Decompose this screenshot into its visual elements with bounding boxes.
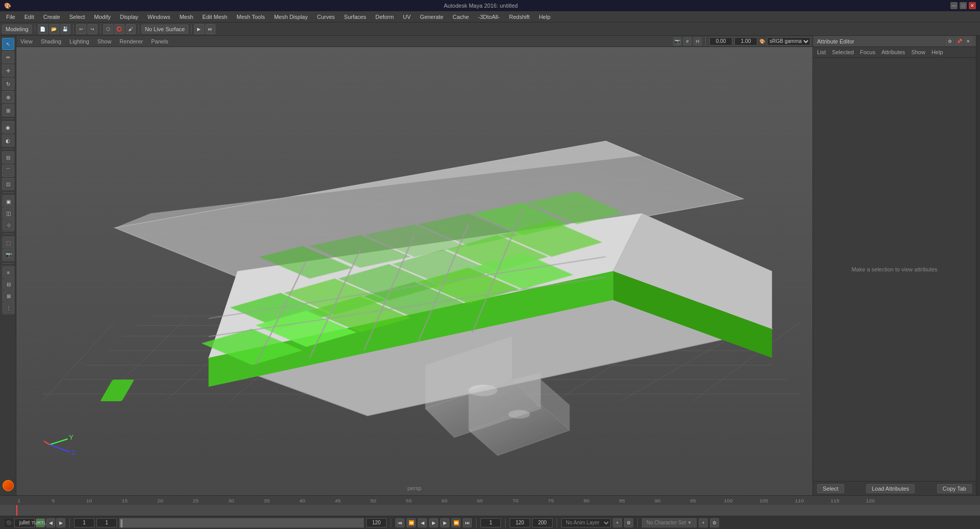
anim-layer-opts-btn[interactable]: ⚙ bbox=[624, 518, 633, 527]
smooth-btn[interactable]: ◫ bbox=[3, 208, 14, 219]
ae-close-btn[interactable]: ✕ bbox=[965, 38, 972, 45]
rotate-tool-btn[interactable]: ↻ bbox=[2, 78, 14, 90]
anim-start-input[interactable] bbox=[481, 518, 501, 527]
soft-mod-btn[interactable]: ◉ bbox=[2, 121, 14, 133]
layer-editor-btn[interactable]: ≡ bbox=[3, 267, 14, 278]
menu-item-edit[interactable]: Edit bbox=[20, 13, 38, 21]
ae-pin-btn[interactable]: 📌 bbox=[955, 38, 963, 45]
menu-item-mesh-tools[interactable]: Mesh Tools bbox=[232, 13, 269, 21]
menu-item-display[interactable]: Display bbox=[116, 13, 142, 21]
redo-btn[interactable]: ↪ bbox=[87, 24, 98, 34]
ae-tab-help[interactable]: Help bbox=[931, 49, 943, 55]
anim-end-input-2[interactable] bbox=[532, 518, 553, 527]
go-to-end-btn[interactable]: ⏭ bbox=[463, 518, 472, 527]
menu-item-edit-mesh[interactable]: Edit Mesh bbox=[198, 13, 231, 21]
mini-timeline[interactable] bbox=[119, 518, 364, 528]
maximize-button[interactable]: □ bbox=[960, 2, 967, 9]
menu-item-surfaces[interactable]: Surfaces bbox=[340, 13, 370, 21]
show-tab[interactable]: Show bbox=[95, 38, 114, 45]
range-start-input[interactable] bbox=[97, 518, 117, 527]
undo-btn[interactable]: ↩ bbox=[76, 24, 86, 34]
exposure-input[interactable] bbox=[709, 37, 732, 45]
right-scrollbar[interactable] bbox=[976, 36, 980, 495]
range-end-input[interactable] bbox=[366, 518, 387, 527]
new-btn[interactable]: 📄 bbox=[38, 24, 48, 34]
cam-btn[interactable]: 📷 bbox=[3, 249, 14, 260]
ae-tab-attributes[interactable]: Attributes bbox=[881, 49, 905, 55]
color-space-select[interactable]: sRGB gamma bbox=[767, 37, 810, 45]
points-btn[interactable]: ⊹ bbox=[3, 219, 14, 231]
menu-item-help[interactable]: Help bbox=[535, 13, 555, 21]
vp-hud-btn[interactable]: H bbox=[694, 37, 702, 45]
anim-layer-dropdown[interactable]: No Anim Layer bbox=[561, 518, 611, 527]
menu-item-create[interactable]: Create bbox=[39, 13, 64, 21]
go-to-start-btn[interactable]: ⏮ bbox=[395, 518, 404, 527]
current-frame-input[interactable] bbox=[74, 518, 94, 527]
menu-item-mesh-display[interactable]: Mesh Display bbox=[270, 13, 312, 21]
view-tab[interactable]: View bbox=[18, 38, 35, 45]
move-tool-btn[interactable]: ✛ bbox=[2, 64, 14, 77]
copy-tab-button[interactable]: Copy Tab bbox=[937, 484, 972, 493]
ae-tab-focus[interactable]: Focus bbox=[860, 49, 875, 55]
render-btn[interactable]: ▶ bbox=[194, 24, 204, 34]
snap-point-btn[interactable]: ⊡ bbox=[2, 178, 14, 190]
menu-item-mesh[interactable]: Mesh bbox=[175, 13, 197, 21]
char-set-btn2[interactable]: ⚙ bbox=[710, 518, 719, 527]
menu-item-curves[interactable]: Curves bbox=[313, 13, 339, 21]
menu-item-uv[interactable]: UV bbox=[399, 13, 415, 21]
anim-end-input-1[interactable] bbox=[510, 518, 530, 527]
shading-tab[interactable]: Shading bbox=[39, 38, 63, 45]
auto-key-btn[interactable]: ⚫ bbox=[4, 518, 13, 527]
menu-item-redshift[interactable]: Redshift bbox=[505, 13, 534, 21]
lasso-btn[interactable]: ⭕ bbox=[114, 24, 125, 34]
select-tool-btn[interactable]: ↖ bbox=[2, 38, 14, 50]
next-anim-btn[interactable]: ▶ bbox=[56, 518, 65, 527]
ae-tab-selected[interactable]: Selected bbox=[832, 49, 854, 55]
step-fwd-btn[interactable]: ⏩ bbox=[451, 518, 461, 527]
ae-tab-show[interactable]: Show bbox=[911, 49, 925, 55]
menu-item-modify[interactable]: Modify bbox=[90, 13, 114, 21]
menu-item-windows[interactable]: Windows bbox=[144, 13, 175, 21]
open-btn[interactable]: 📂 bbox=[49, 24, 59, 34]
close-button[interactable]: ✕ bbox=[969, 2, 976, 9]
menu-item-deform[interactable]: Deform bbox=[371, 13, 398, 21]
menu-item-generate[interactable]: Generate bbox=[416, 13, 447, 21]
char-set-dropdown[interactable]: No Character Set ▼ bbox=[642, 518, 697, 527]
universal-tool-btn[interactable]: ⊞ bbox=[2, 104, 14, 117]
panels-tab[interactable]: Panels bbox=[149, 38, 171, 45]
select-button[interactable]: Select bbox=[817, 484, 844, 493]
save-btn[interactable]: 💾 bbox=[60, 24, 70, 34]
ae-settings-btn[interactable]: ⚙ bbox=[946, 38, 953, 45]
snap-grid-btn[interactable]: ⊟ bbox=[2, 151, 14, 164]
select-btn[interactable]: ⬡ bbox=[103, 24, 113, 34]
display-layer-btn[interactable]: ⊟ bbox=[3, 279, 14, 290]
render-region-btn[interactable]: ⬚ bbox=[3, 237, 14, 248]
anim-layer-btn[interactable]: ⋮ bbox=[3, 302, 14, 313]
prev-anim-btn[interactable]: ◀ bbox=[46, 518, 55, 527]
snap-curve-btn[interactable]: ⌒ bbox=[2, 165, 14, 177]
minimize-button[interactable]: — bbox=[950, 2, 958, 9]
live-surface-label[interactable]: No Live Surface bbox=[141, 25, 188, 34]
gamma-input[interactable] bbox=[734, 37, 757, 45]
viewport[interactable]: Y Z persp bbox=[16, 47, 812, 495]
load-attributes-button[interactable]: Load Attributes bbox=[866, 484, 915, 493]
menu-item-select[interactable]: Select bbox=[65, 13, 89, 21]
next-frame-btn[interactable]: ▶ bbox=[440, 518, 449, 527]
anim-layer-add-btn[interactable]: + bbox=[613, 518, 622, 527]
step-back-btn[interactable]: ⏪ bbox=[407, 518, 416, 527]
menu-item--3dtoall-[interactable]: -3DtoAll- bbox=[474, 13, 504, 21]
turtle-label-btn[interactable]: TURTLE bbox=[36, 518, 45, 527]
render2-btn[interactable]: ⏯ bbox=[205, 24, 216, 34]
prev-frame-btn[interactable]: ◀ bbox=[418, 518, 427, 527]
lighting-tab[interactable]: Lighting bbox=[67, 38, 91, 45]
mode-dropdown[interactable]: Modeling bbox=[2, 25, 32, 34]
scale-tool-btn[interactable]: ⊕ bbox=[2, 91, 14, 103]
menu-item-cache[interactable]: Cache bbox=[448, 13, 473, 21]
paint-select-btn[interactable]: ✏ bbox=[2, 51, 14, 63]
wireframe-btn[interactable]: ▣ bbox=[3, 196, 14, 207]
renderer-tab[interactable]: Renderer bbox=[117, 38, 145, 45]
timeline-track[interactable] bbox=[0, 505, 980, 516]
char-set-btn1[interactable]: + bbox=[699, 518, 708, 527]
vp-grid-btn[interactable]: # bbox=[683, 37, 691, 45]
play-btn[interactable]: ▶ bbox=[429, 518, 438, 527]
